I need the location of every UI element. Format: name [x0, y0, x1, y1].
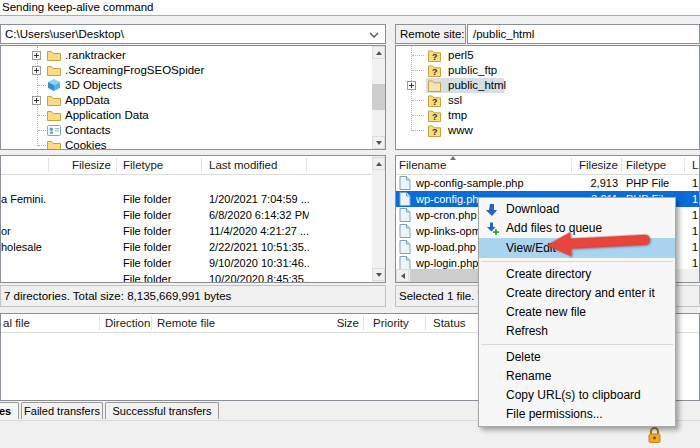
menu-item-create-directory-enter[interactable]: Create directory and enter it: [479, 284, 675, 303]
tree-item-public-ftp[interactable]: ? public_ftp: [396, 63, 686, 78]
column-status[interactable]: Status: [433, 314, 466, 332]
remote-path-combobox[interactable]: /public_html: [467, 24, 700, 44]
menu-item-create-directory[interactable]: Create directory: [479, 265, 675, 284]
menu-item-refresh[interactable]: Refresh: [479, 322, 675, 341]
tree-item-ssl[interactable]: ? ssl: [396, 93, 686, 108]
tree-item-label: Cookies: [65, 138, 107, 150]
cell-filename: or: [1, 223, 47, 239]
table-row[interactable]: or File folder 11/4/2020 4:21:27 ...: [1, 223, 385, 239]
remote-list-header[interactable]: Filename Filesize Filetype L: [396, 156, 699, 175]
local-status-text: 7 directories. Total size: 8,135,669,991…: [4, 290, 231, 302]
column-filesize[interactable]: Filesize: [48, 156, 111, 174]
tab-successful-transfers[interactable]: Successful transfers: [105, 402, 219, 419]
cell-filetype: File folder: [123, 271, 201, 283]
scrollbar-thumb[interactable]: [372, 84, 385, 110]
folder-icon: [47, 94, 61, 106]
menu-item-file-permissions[interactable]: File permissions...: [479, 405, 675, 424]
menu-item-label: File permissions...: [506, 407, 603, 421]
column-filename[interactable]: Filename: [399, 156, 446, 174]
menu-item-create-new-file[interactable]: Create new file: [479, 303, 675, 322]
tree-item-label: ssl: [448, 93, 462, 108]
expand-icon[interactable]: [32, 66, 41, 75]
tree-item-label: www: [448, 123, 473, 138]
file-icon: [399, 208, 411, 222]
chevron-down-icon[interactable]: [369, 32, 379, 38]
scroll-up-button[interactable]: [372, 157, 385, 170]
expand-icon[interactable]: [32, 96, 41, 105]
tree-item-label: Contacts: [65, 123, 110, 138]
menu-item-rename[interactable]: Rename: [479, 367, 675, 386]
local-list-header[interactable]: Filesize Filetype Last modified: [1, 156, 385, 175]
scrollbar-thumb[interactable]: [410, 269, 488, 282]
table-row[interactable]: File folder 9/10/2020 10:31:46...: [1, 255, 385, 271]
table-row[interactable]: holesale File folder 2/22/2021 10:51:35.…: [1, 239, 385, 255]
scroll-up-button[interactable]: [372, 46, 385, 59]
column-filetype[interactable]: Filetype: [626, 156, 666, 174]
tree-connector: [412, 70, 424, 72]
local-tree-scrollbar[interactable]: [372, 46, 385, 149]
column-priority[interactable]: Priority: [373, 314, 409, 332]
svg-text:?: ?: [432, 112, 438, 122]
tree-item-label: tmp: [448, 108, 467, 123]
table-row[interactable]: a Femini... File folder 1/20/2021 7:04:5…: [1, 191, 385, 207]
expand-icon[interactable]: [407, 81, 416, 90]
local-file-list: Filesize Filetype Last modified a Femini…: [0, 155, 386, 283]
column-filetype[interactable]: Filetype: [123, 156, 163, 174]
menu-item-copy-urls[interactable]: Copy URL(s) to clipboard: [479, 386, 675, 405]
table-row[interactable]: File folder 10/20/2020 8:45:35...: [1, 271, 385, 283]
scroll-down-button[interactable]: [372, 268, 385, 281]
remote-site-label: Remote site:: [400, 28, 465, 40]
lock-icon[interactable]: [646, 426, 663, 444]
cell-filetype: File folder: [123, 191, 201, 207]
tree-connector: [38, 85, 46, 87]
table-row[interactable]: [1, 175, 385, 191]
tree-item-ranktracker[interactable]: .ranktracker: [1, 48, 371, 63]
tree-item-perl5[interactable]: ? perl5: [396, 48, 686, 63]
table-row[interactable]: wp-config-sample.php 2,913 PHP File 1: [396, 175, 699, 191]
cell-modified: 1: [692, 175, 700, 191]
column-filesize[interactable]: Filesize: [526, 156, 618, 174]
column-size[interactable]: Size: [301, 314, 359, 332]
tree-item-tmp[interactable]: ? tmp: [396, 108, 686, 123]
cell-filetype: File folder: [123, 207, 201, 223]
menu-item-delete[interactable]: Delete: [479, 348, 675, 367]
tree-item-label: Application Data: [65, 108, 149, 123]
column-direction[interactable]: Direction: [105, 314, 150, 332]
tree-connector: [38, 145, 46, 147]
folder-icon: [428, 79, 441, 92]
tree-item-cookies[interactable]: Cookies: [1, 138, 371, 150]
local-path-value: C:\Users\user\Desktop\: [5, 28, 124, 40]
scroll-down-button[interactable]: [372, 136, 385, 149]
folder-question-icon: ?: [428, 94, 441, 107]
cell-filetype: PHP File: [626, 175, 682, 191]
menu-item-label: Refresh: [506, 324, 548, 338]
tree-item-www[interactable]: ? www: [396, 123, 686, 138]
tree-item-contacts[interactable]: Contacts: [1, 123, 371, 138]
menu-item-download[interactable]: Download: [479, 200, 675, 219]
tree-item-public-html[interactable]: public_html: [396, 78, 686, 93]
tree-item-screamingfrog[interactable]: .ScreamingFrogSEOSpider: [1, 63, 371, 78]
sort-ascending-icon: [450, 156, 456, 160]
tree-item-appdata[interactable]: AppData: [1, 93, 371, 108]
scroll-left-button[interactable]: [396, 269, 409, 282]
file-icon: [399, 256, 411, 270]
local-list-scrollbar[interactable]: [372, 156, 385, 282]
tree-item-label: public_html: [448, 78, 506, 93]
annotation-arrow: [545, 226, 652, 260]
expand-icon[interactable]: [32, 51, 41, 60]
column-last-modified[interactable]: Last modified: [209, 156, 277, 174]
table-row[interactable]: File folder 6/8/2020 6:14:32 PM: [1, 207, 385, 223]
folder-icon: [47, 64, 61, 76]
tab-failed-transfers[interactable]: Failed transfers: [21, 402, 103, 419]
tab-queued-files[interactable]: les: [0, 402, 19, 419]
column-last-modified[interactable]: L: [692, 156, 698, 174]
remote-status-text: Selected 1 file. To: [399, 290, 490, 302]
tree-item-application-data[interactable]: Application Data: [1, 108, 371, 123]
tree-item-3d-objects[interactable]: 3D Objects: [1, 78, 371, 93]
column-remote-file[interactable]: Remote file: [157, 314, 215, 332]
column-local-file[interactable]: al file: [3, 314, 30, 332]
local-path-combobox[interactable]: C:\Users\user\Desktop\: [0, 24, 386, 44]
tree-connector: [412, 100, 424, 102]
tree-connector: [412, 130, 424, 132]
remote-site-label-box: Remote site:: [395, 24, 466, 44]
